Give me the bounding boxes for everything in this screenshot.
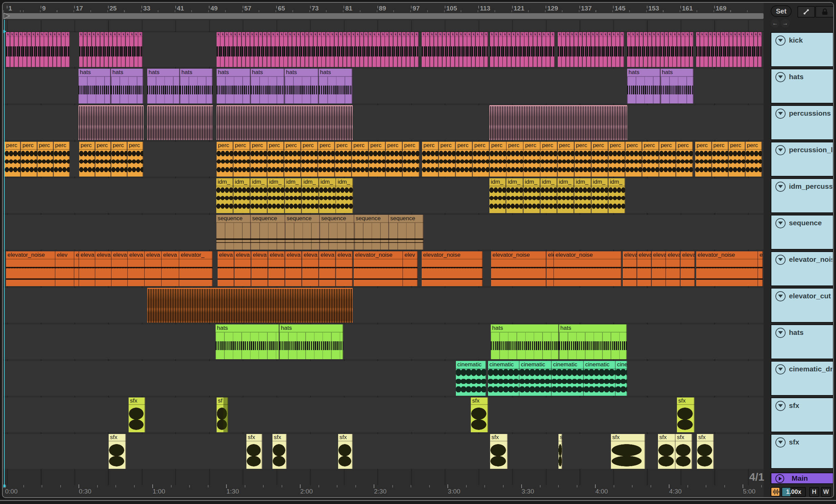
clip-eleva[interactable]: eleva: [112, 251, 128, 286]
track-header-hats[interactable]: hats: [771, 324, 834, 359]
clip-k[interactable]: k: [40, 32, 44, 67]
clip-k[interactable]: k: [250, 32, 254, 67]
clip-k[interactable]: k: [455, 32, 459, 67]
clip-k[interactable]: k: [538, 32, 542, 67]
horizontal-scrollbar[interactable]: [3, 13, 764, 19]
clip-perc[interactable]: perc: [473, 142, 489, 177]
clip-elev[interactable]: elev: [403, 251, 418, 286]
clip-k[interactable]: k: [276, 32, 280, 67]
clip-cinematic[interactable]: cinematic: [616, 361, 627, 396]
clip-eleva[interactable]: eleva: [336, 251, 353, 286]
clip-k[interactable]: k: [422, 32, 426, 67]
clip-idm_[interactable]: idm_: [233, 178, 250, 213]
clip-k[interactable]: k: [434, 32, 438, 67]
track-header-percussion_l[interactable]: percussion_l: [771, 142, 834, 177]
clip-k[interactable]: k: [66, 32, 70, 67]
clip-k[interactable]: k: [443, 32, 447, 67]
clip-k[interactable]: k: [472, 32, 476, 67]
zoom-level-field[interactable]: 1.00x: [781, 487, 806, 497]
clip-idm_[interactable]: idm_: [506, 178, 523, 213]
clip-k[interactable]: k: [394, 32, 398, 67]
clip-k[interactable]: k: [381, 32, 385, 67]
clip-perc[interactable]: perc: [712, 142, 729, 177]
track-header-sequence[interactable]: sequence: [771, 215, 834, 250]
clip-elevator_noise[interactable]: elevator_noise: [354, 251, 403, 286]
clip-perc[interactable]: perc: [422, 142, 439, 177]
clip-k[interactable]: k: [259, 32, 263, 67]
clip-sfx[interactable]: sfx: [658, 434, 676, 469]
clip-eleva[interactable]: eleva: [285, 251, 302, 286]
clip-perc[interactable]: perc: [524, 142, 540, 177]
clip-elev[interactable]: elev: [56, 251, 74, 286]
clip-percussions[interactable]: [147, 105, 213, 140]
clip-k[interactable]: k: [546, 32, 550, 67]
clip-idm_[interactable]: idm_: [524, 178, 540, 213]
clip-perc[interactable]: perc: [659, 142, 676, 177]
clip-elev[interactable]: elev: [547, 251, 554, 286]
clip-percussions[interactable]: [489, 105, 627, 140]
track-header-elevator_cut[interactable]: elevator_cut: [771, 288, 834, 323]
clip-hats[interactable]: hats: [251, 69, 285, 103]
clip-cinematic[interactable]: cinematic: [584, 361, 616, 396]
clip-k[interactable]: k: [233, 32, 238, 67]
clip-k[interactable]: k: [246, 32, 250, 67]
clip-sequence[interactable]: sequence: [285, 215, 320, 250]
clip-k[interactable]: k: [292, 32, 297, 67]
clip-hats[interactable]: hats: [285, 69, 319, 103]
clip-k[interactable]: k: [6, 32, 10, 67]
clip-k[interactable]: k: [297, 32, 301, 67]
clip-k[interactable]: k: [377, 32, 381, 67]
clip-sfx[interactable]: sfx: [611, 434, 645, 469]
clip-elevator_noise[interactable]: elevator_noise: [6, 251, 56, 286]
scroll-flag-icon[interactable]: [3, 13, 10, 19]
clip-k[interactable]: k: [62, 32, 66, 67]
clip-sfx[interactable]: sfx: [246, 434, 262, 469]
clip-k[interactable]: k: [390, 32, 394, 67]
clip-k[interactable]: k: [385, 32, 389, 67]
clip-k[interactable]: k: [631, 32, 635, 67]
clip-perc[interactable]: perc: [21, 142, 37, 177]
clip-k[interactable]: k: [746, 32, 749, 67]
clip-k[interactable]: k: [284, 32, 288, 67]
clip-sfx[interactable]: sfx: [338, 434, 353, 469]
fold-arrow-icon[interactable]: [775, 109, 785, 119]
clip-k[interactable]: k: [499, 32, 503, 67]
clip-k[interactable]: k: [121, 32, 126, 67]
clip-k[interactable]: k: [595, 32, 600, 67]
track-header-cinematic_dr[interactable]: cinematic_dr: [771, 361, 834, 396]
clip-k[interactable]: k: [742, 32, 745, 67]
clip-hats[interactable]: hats: [111, 69, 143, 103]
main-track-header[interactable]: Main: [771, 472, 834, 484]
clip-k[interactable]: k: [516, 32, 520, 67]
clip-k[interactable]: k: [729, 32, 733, 67]
clip-percussions[interactable]: [216, 105, 353, 140]
clip-k[interactable]: k: [96, 32, 100, 67]
clip-k[interactable]: k: [447, 32, 451, 67]
clip-k[interactable]: k: [83, 32, 88, 67]
clip-k[interactable]: k: [23, 32, 27, 67]
clip-sequence[interactable]: sequence: [251, 215, 285, 250]
clip-eleva[interactable]: eleva: [268, 251, 285, 286]
clip-k[interactable]: k: [738, 32, 741, 67]
clip-k[interactable]: k: [36, 32, 40, 67]
clip-k[interactable]: k: [685, 32, 689, 67]
track-header-sfx[interactable]: sfx: [771, 398, 834, 432]
clip-eleva[interactable]: eleva: [666, 251, 680, 286]
clip-elevator_noise[interactable]: elevator_noise: [554, 251, 622, 286]
clip-k[interactable]: k: [648, 32, 652, 67]
track-header-idm_percussi[interactable]: idm_percussi: [771, 178, 834, 213]
clip-k[interactable]: k: [562, 32, 566, 67]
clip-hats[interactable]: hats: [627, 69, 660, 103]
lock-button[interactable]: [815, 6, 834, 18]
clip-perc[interactable]: perc: [54, 142, 70, 177]
clip-k[interactable]: k: [343, 32, 347, 67]
clip-percussions[interactable]: [78, 105, 144, 140]
clip-eleva[interactable]: eleva: [234, 251, 251, 286]
clip-k[interactable]: k: [88, 32, 92, 67]
clip-k[interactable]: k: [402, 32, 406, 67]
clip-eleva[interactable]: eleva: [681, 251, 695, 286]
fold-arrow-icon[interactable]: [775, 145, 785, 155]
clip-k[interactable]: k: [612, 32, 616, 67]
track-header-sfx[interactable]: sfx: [771, 434, 834, 469]
clip-k[interactable]: k: [451, 32, 455, 67]
